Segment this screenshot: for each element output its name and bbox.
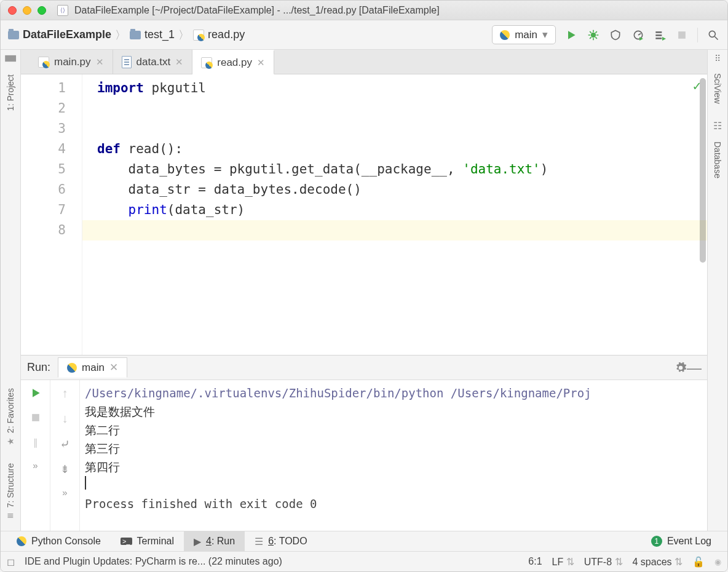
python-file-icon [201, 57, 212, 68]
bottom-item-python-console[interactable]: Python Console [7, 531, 111, 551]
svg-point-0 [591, 32, 596, 37]
chevron-right-icon: 〉 [178, 28, 189, 42]
status-message[interactable]: IDE and Plugin Updates: PyCharm is re...… [25, 556, 282, 567]
crumb-label: test_1 [144, 28, 175, 41]
close-icon[interactable]: ✕ [109, 361, 118, 374]
svg-rect-5 [678, 31, 686, 39]
sidebar-item-favorites[interactable]: ★2: Favorites [6, 382, 15, 453]
tab-label: read.py [217, 57, 252, 69]
inspector-icon[interactable]: ◉ [714, 557, 721, 566]
sidebar-item-sciview[interactable]: SciView [713, 67, 722, 110]
minimize-window-icon[interactable] [23, 6, 31, 15]
crumb-folder[interactable]: test_1 [130, 28, 175, 41]
expand-icon[interactable]: » [62, 487, 67, 498]
svg-rect-3 [655, 34, 662, 36]
sidebar-item-structure[interactable]: ≣7: Structure [6, 457, 15, 525]
window-titlebar: ⟨⟩ DataFileExample [~/Project/DataFileEx… [1, 1, 727, 20]
bottom-label: 6: TODO [268, 536, 307, 547]
run-header: Run: main ✕ — [21, 356, 707, 380]
run-secondary-controls: ↑ ↓ ⤶ ⇟ » [50, 380, 80, 531]
close-icon[interactable]: ✕ [257, 57, 265, 68]
python-icon [17, 536, 26, 546]
right-tool-rail: ⠿ SciView ☷ Database [707, 50, 727, 531]
code-editor[interactable]: 12345678 import pkgutil def read(): data… [21, 74, 707, 355]
folder-icon [130, 31, 141, 39]
grid-icon[interactable]: ⠿ [714, 54, 721, 63]
run-tab-main[interactable]: main ✕ [58, 357, 127, 378]
editor-scrollbar[interactable] [700, 78, 706, 263]
python-file-icon [193, 30, 204, 41]
soft-wrap-icon[interactable]: ⤶ [60, 437, 70, 451]
file-encoding[interactable]: UTF-8 ⇅ [584, 556, 623, 568]
tab-main-py[interactable]: main.py ✕ [30, 50, 113, 74]
zoom-window-icon[interactable] [38, 6, 46, 15]
coverage-button[interactable] [609, 28, 622, 42]
down-arrow-icon[interactable]: ↓ [62, 411, 68, 426]
file-icon: ⟨⟩ [57, 5, 68, 16]
stop-button[interactable] [29, 411, 42, 424]
indent-setting[interactable]: 4 spaces ⇅ [633, 556, 683, 568]
svg-rect-7 [32, 414, 39, 421]
python-logo-icon [67, 363, 77, 373]
cursor-position[interactable]: 6:1 [528, 556, 542, 567]
terminal-icon: >_ [121, 538, 132, 545]
svg-point-6 [709, 31, 715, 37]
list-icon: ☰ [255, 536, 263, 547]
rerun-button[interactable] [29, 386, 42, 400]
traffic-lights [8, 6, 46, 15]
editor-tabs: main.py ✕ data.txt ✕ read.py ✕ [21, 50, 707, 74]
crumb-project[interactable]: DataFileExample [8, 28, 111, 41]
database-icon[interactable]: ☷ [713, 120, 722, 132]
navigation-toolbar: DataFileExample 〉 test_1 〉 read.py main … [1, 20, 727, 50]
left-tool-rail: ▉ 1: Project ★2: Favorites ≣7: Structure [1, 50, 21, 531]
search-icon[interactable] [706, 28, 720, 42]
debug-button[interactable] [587, 28, 600, 42]
line-separator[interactable]: LF ⇅ [552, 556, 574, 568]
svg-rect-4 [655, 38, 662, 39]
breadcrumb: DataFileExample 〉 test_1 〉 read.py [8, 28, 492, 42]
window-title: DataFileExample [~/Project/DataFileExamp… [74, 5, 440, 16]
stop-button[interactable] [675, 28, 689, 42]
bottom-item-run[interactable]: ▶ 4: Run [184, 531, 245, 551]
tool-windows-icon[interactable]: ◻ [7, 556, 15, 568]
run-primary-controls: ‖ » [21, 380, 50, 531]
chevron-right-icon: 〉 [115, 28, 126, 42]
bottom-item-todo[interactable]: ☰ 6: TODO [245, 531, 317, 551]
run-button[interactable] [564, 28, 578, 42]
bottom-label: Event Log [667, 536, 711, 547]
close-window-icon[interactable] [8, 6, 17, 15]
bottom-item-terminal[interactable]: >_ Terminal [111, 531, 184, 551]
editor-content[interactable]: import pkgutil def read(): data_bytes = … [82, 74, 707, 355]
crumb-file[interactable]: read.py [193, 28, 245, 41]
event-count-badge: 1 [651, 536, 662, 547]
svg-rect-2 [655, 31, 662, 33]
tab-data-txt[interactable]: data.txt ✕ [113, 50, 193, 74]
bottom-item-event-log[interactable]: 1 Event Log [641, 531, 721, 551]
attach-button[interactable]: ▸ [653, 28, 667, 42]
python-file-icon [38, 57, 49, 68]
tab-label: main.py [54, 56, 91, 68]
expand-icon[interactable]: » [33, 460, 38, 471]
scroll-to-end-icon[interactable]: ⇟ [60, 463, 69, 476]
hide-icon[interactable]: — [687, 361, 701, 375]
lock-icon[interactable]: 🔓 [692, 556, 705, 568]
close-icon[interactable]: ✕ [96, 57, 104, 68]
run-config-select[interactable]: main ▾ [492, 25, 556, 44]
play-icon: ▶ [194, 536, 201, 547]
profile-button[interactable]: ▸ [631, 28, 644, 42]
up-arrow-icon[interactable]: ↑ [62, 386, 68, 400]
sidebar-item-project[interactable]: 1: Project [6, 68, 15, 117]
project-folder-icon [8, 31, 19, 39]
structure-icon: ≣ [7, 510, 14, 520]
tab-read-py[interactable]: read.py ✕ [192, 50, 274, 74]
python-logo-icon [500, 30, 510, 40]
run-config-label: main [515, 29, 537, 41]
gear-icon[interactable] [674, 361, 687, 375]
bottom-label: 4: Run [206, 536, 235, 547]
crumb-label: read.py [208, 28, 245, 41]
console-output[interactable]: /Users/kingname/.virtualenvs/ZhihuSpider… [80, 380, 707, 531]
sidebar-item-database[interactable]: Database [713, 135, 722, 185]
pause-button[interactable]: ‖ [29, 435, 42, 449]
close-icon[interactable]: ✕ [175, 57, 183, 68]
run-controls: main ▾ ▸ ▸ [492, 25, 720, 44]
